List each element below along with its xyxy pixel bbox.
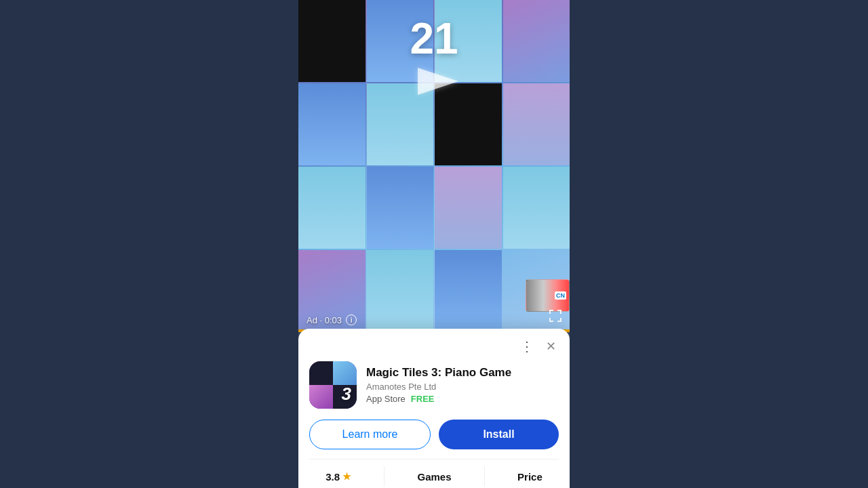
app-free-label: FREE xyxy=(411,394,435,404)
arrow-icon xyxy=(418,68,458,95)
svg-rect-1 xyxy=(549,310,551,314)
svg-rect-7 xyxy=(560,318,561,322)
tile-lavender-1 xyxy=(503,83,570,165)
card-header: ⋮ ✕ xyxy=(309,338,559,354)
action-buttons: Learn more Install xyxy=(309,420,559,449)
ad-label: Ad · 0:03 i xyxy=(307,314,357,325)
tile-blue-8 xyxy=(367,250,434,332)
score-display: 21 xyxy=(410,14,458,64)
tile-purple-1 xyxy=(503,0,570,82)
app-name: Magic Tiles 3: Piano Game xyxy=(366,366,559,380)
stats-row: 3.8 ★ Games Price xyxy=(309,459,559,487)
stat-price: Price xyxy=(517,471,542,483)
thumbnail-inner: CN xyxy=(526,280,569,311)
star-icon: ★ xyxy=(342,471,351,482)
learn-more-button[interactable]: Learn more xyxy=(309,420,431,449)
stat-rating: 3.8 ★ xyxy=(326,471,351,483)
app-developer: Amanotes Pte Ltd xyxy=(366,382,559,392)
app-details: Magic Tiles 3: Piano Game Amanotes Pte L… xyxy=(366,366,559,404)
rating-number: 3.8 xyxy=(326,471,340,483)
icon-tile-tr xyxy=(333,361,357,385)
stat-divider-2 xyxy=(484,466,485,487)
ad-text: Ad · 0:03 xyxy=(307,315,342,325)
install-button[interactable]: Install xyxy=(439,420,559,449)
tile-blue-3 xyxy=(298,83,366,165)
ad-info-icon[interactable]: i xyxy=(346,314,357,325)
stat-category: Games xyxy=(418,471,452,483)
svg-rect-3 xyxy=(560,310,561,314)
app-icon-number: 3 xyxy=(342,384,351,405)
close-button[interactable]: ✕ xyxy=(542,338,559,354)
stat-category-value: Games xyxy=(418,471,452,483)
app-info-row: 3 Magic Tiles 3: Piano Game Amanotes Pte… xyxy=(309,361,559,409)
app-icon-inner: 3 xyxy=(309,361,357,409)
cn-logo: CN xyxy=(555,291,566,300)
stat-divider-1 xyxy=(384,466,384,487)
tile-blue-6 xyxy=(367,167,434,249)
phone-content: 21 CN Ad · 0:03 i xyxy=(298,0,570,488)
screen-wrapper: 21 CN Ad · 0:03 i xyxy=(0,0,868,488)
tile-black-1 xyxy=(298,0,366,82)
tile-lavender-2 xyxy=(435,167,502,249)
more-options-icon[interactable]: ⋮ xyxy=(520,338,534,354)
app-store-row: App Store FREE xyxy=(366,394,559,404)
stat-price-value: Price xyxy=(517,471,542,483)
tile-black-2 xyxy=(435,83,502,165)
fullscreen-icon[interactable] xyxy=(548,308,563,327)
ad-card: ⋮ ✕ 3 xyxy=(298,329,570,488)
thumbnail-overlay: CN xyxy=(526,279,570,312)
stat-rating-value: 3.8 ★ xyxy=(326,471,351,483)
app-icon: 3 xyxy=(309,361,357,409)
tile-blue-5 xyxy=(298,167,366,249)
side-panel-right xyxy=(570,0,868,488)
tile-blue-9 xyxy=(435,250,502,332)
side-panel-left xyxy=(0,0,298,488)
tile-blue-4 xyxy=(367,83,434,165)
app-store-label: App Store xyxy=(366,394,406,404)
icon-tile-bl xyxy=(309,385,333,409)
game-area: 21 CN Ad · 0:03 i xyxy=(298,0,570,332)
icon-tile-tl xyxy=(309,361,333,385)
tile-blue-7 xyxy=(503,167,570,249)
svg-rect-5 xyxy=(549,318,551,322)
